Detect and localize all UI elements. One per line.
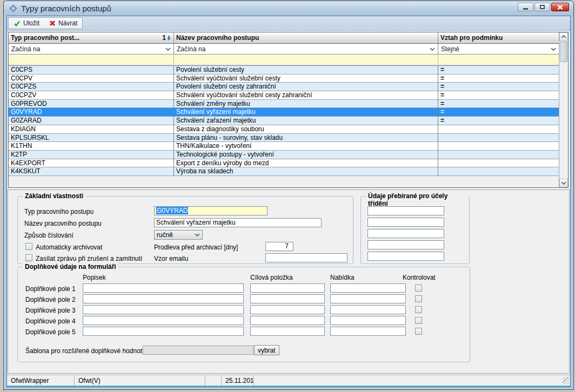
cell-typ[interactable]: C0CPV	[9, 75, 174, 83]
table-row[interactable]: G0PREVODSchválení změny majetku=	[9, 100, 559, 109]
nazev-input[interactable]: Schválení vyřazení majetku	[154, 218, 322, 227]
cell-vztah[interactable]	[438, 159, 559, 168]
cell-nazev[interactable]: Výroba na skladech	[174, 167, 438, 176]
nabidka-input-3[interactable]	[330, 305, 406, 314]
vybrat-button[interactable]: vybrat	[254, 345, 279, 355]
cilova-input-4[interactable]	[250, 316, 325, 325]
cell-nazev[interactable]: Schválení změny majetku	[174, 100, 438, 109]
cell-typ[interactable]: K1THN	[9, 142, 174, 151]
maximize-button[interactable]	[534, 3, 550, 11]
cell-typ[interactable]: G0ZARAD	[9, 117, 174, 125]
cell-vztah[interactable]: =	[438, 66, 559, 75]
cell-vztah[interactable]	[438, 134, 559, 143]
auto-archiv-checkbox[interactable]	[25, 243, 32, 250]
cell-vztah[interactable]	[438, 151, 559, 159]
column-header-vztah[interactable]: Vztah pro podmínku	[438, 32, 559, 44]
table-row[interactable]: C0CPVSchválení vyúčtování služební cesty…	[9, 75, 559, 83]
kontrolovat-checkbox-2[interactable]	[415, 295, 422, 302]
popisek-input-3[interactable]	[83, 305, 244, 314]
table-row[interactable]: G0VYRADSchválení vyřazení majetku=	[9, 108, 559, 117]
cell-typ[interactable]: KDIAGN	[9, 125, 174, 134]
sorting-field-4[interactable]	[367, 240, 444, 249]
cell-nazev[interactable]: Sestava plánu - suroviny, stav skladu	[174, 134, 438, 143]
table-row[interactable]: K4EXPORTExport z deníku výroby do mezd	[9, 159, 559, 168]
cell-nazev[interactable]: Povolení služební cesty zahraniční	[174, 83, 438, 91]
filter-dropdown-vztah[interactable]: Stejné	[438, 44, 559, 55]
popisek-input-5[interactable]	[83, 327, 244, 336]
scrollbar-track[interactable]	[559, 63, 568, 179]
close-button[interactable]	[551, 3, 569, 11]
cell-vztah[interactable]: =	[438, 100, 559, 109]
table-row[interactable]: KDIAGNSestava z diagnostiky souboru	[9, 125, 559, 134]
cell-typ[interactable]: G0PREVOD	[9, 100, 174, 109]
sorting-field-3[interactable]	[367, 229, 444, 238]
cell-nazev[interactable]: Schválení vyúčtování služební cesty	[174, 75, 438, 83]
cell-vztah[interactable]: =	[438, 108, 559, 117]
nabidka-input-4[interactable]	[330, 316, 406, 325]
cell-vztah[interactable]: =	[438, 75, 559, 83]
scrollbar-thumb[interactable]	[560, 42, 567, 62]
sorting-field-5[interactable]	[367, 252, 444, 261]
popisek-input-1[interactable]	[83, 283, 244, 293]
cell-typ[interactable]: C0CPZS	[9, 83, 174, 91]
sablona-input[interactable]	[143, 346, 253, 355]
sorting-field-1[interactable]	[367, 206, 444, 215]
sorting-field-2[interactable]	[367, 218, 444, 227]
cell-vztah[interactable]	[438, 125, 559, 134]
cell-vztah[interactable]: =	[438, 117, 559, 125]
prodleva-input[interactable]: 7	[265, 242, 293, 251]
back-button[interactable]: Návrat	[44, 18, 82, 29]
cell-nazev[interactable]: Schválení zařazení majetku	[174, 117, 438, 125]
cell-typ[interactable]: C0CPZV	[9, 91, 174, 100]
scroll-up-button[interactable]	[559, 32, 568, 41]
table-row[interactable]: K2TPTechnologické postupy - vytvoření	[9, 151, 559, 159]
cell-vztah[interactable]	[438, 142, 559, 151]
search-input-typ[interactable]	[9, 55, 174, 64]
cell-nazev[interactable]: Export z deníku výroby do mezd	[174, 159, 438, 168]
nabidka-input-1[interactable]	[330, 283, 406, 293]
kontrolovat-checkbox-5[interactable]	[415, 328, 422, 335]
cilova-input-1[interactable]	[250, 283, 325, 293]
table-row[interactable]: K4KSKUTVýroba na skladech	[9, 167, 559, 176]
kontrolovat-checkbox-3[interactable]	[415, 306, 422, 313]
cell-nazev[interactable]: THN/Kalkulace - vytvoření	[174, 142, 438, 151]
popisek-input-4[interactable]	[83, 316, 244, 325]
cell-typ[interactable]: C0CPS	[9, 66, 174, 75]
nabidka-input-5[interactable]	[330, 327, 406, 336]
zpusob-combobox[interactable]: ručně	[154, 230, 203, 240]
cilova-input-2[interactable]	[250, 294, 325, 303]
cell-typ[interactable]: KPLSURSKL	[9, 134, 174, 143]
cell-typ[interactable]: G0VYRAD	[9, 108, 174, 117]
cell-typ[interactable]: K2TP	[9, 151, 174, 159]
table-row[interactable]: K1THNTHN/Kalkulace - vytvoření	[9, 142, 559, 151]
minimize-button[interactable]	[518, 3, 533, 11]
cilova-input-3[interactable]	[250, 305, 325, 314]
column-header-typ[interactable]: Typ pracovního post... 1	[9, 32, 174, 44]
cell-typ[interactable]: K4EXPORT	[9, 159, 174, 168]
vzor-input[interactable]	[265, 253, 347, 262]
save-button[interactable]: Uložit	[9, 18, 44, 29]
search-input-vztah[interactable]	[438, 55, 559, 64]
table-row[interactable]: C0CPZSPovolení služební cesty zahraniční…	[9, 83, 559, 91]
cilova-input-5[interactable]	[250, 327, 325, 336]
cell-nazev[interactable]: Schválení vyúčtování služební cesty zahr…	[174, 91, 438, 100]
resize-grip[interactable]	[563, 377, 570, 384]
cell-nazev[interactable]: Schválení vyřazení majetku	[174, 108, 438, 117]
cell-nazev[interactable]: Povolení služební cesty	[174, 66, 438, 75]
filter-dropdown-typ[interactable]: Začíná na	[9, 44, 174, 55]
vertical-scrollbar[interactable]	[559, 32, 568, 187]
nabidka-input-2[interactable]	[330, 294, 406, 303]
cell-vztah[interactable]: =	[438, 91, 559, 100]
cell-typ[interactable]: K4KSKUT	[9, 167, 174, 176]
table-row[interactable]: KPLSURSKLSestava plánu - suroviny, stav …	[9, 134, 559, 143]
search-input-nazev[interactable]	[174, 55, 438, 64]
table-row[interactable]: G0ZARADSchválení zařazení majetku=	[9, 117, 559, 125]
cell-nazev[interactable]: Sestava z diagnostiky souboru	[174, 125, 438, 134]
titlebar[interactable]: Typy pracovních postupů	[4, 1, 573, 16]
popisek-input-2[interactable]	[83, 294, 244, 303]
kontrolovat-checkbox-1[interactable]	[415, 285, 422, 292]
kontrolovat-checkbox-4[interactable]	[415, 317, 422, 324]
zasilat-checkbox[interactable]	[25, 254, 32, 261]
table-row[interactable]: C0CPZVSchválení vyúčtování služební cest…	[9, 91, 559, 100]
filter-dropdown-nazev[interactable]: Začíná na	[174, 44, 438, 55]
